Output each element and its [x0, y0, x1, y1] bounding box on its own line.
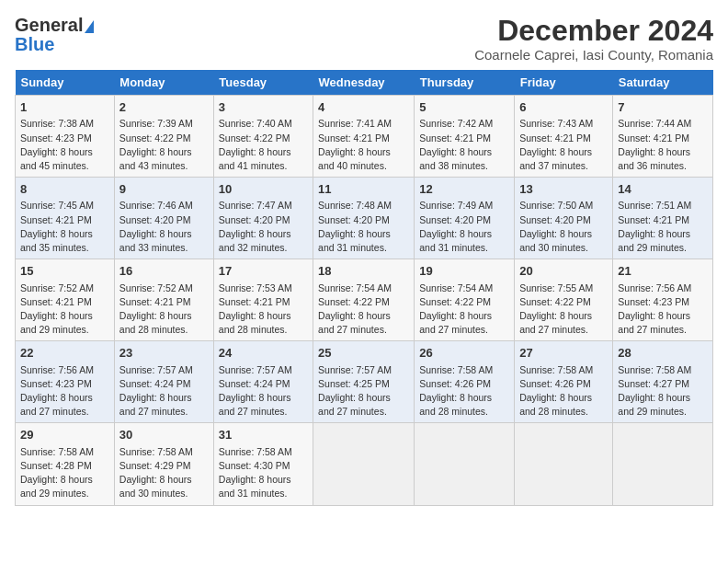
table-row: 29Sunrise: 7:58 AMSunset: 4:28 PMDayligh… — [16, 423, 115, 505]
day-number: 3 — [219, 99, 308, 116]
calendar-title: December 2024 — [474, 15, 713, 47]
day-cell-content: Sunrise: 7:43 AMSunset: 4:21 PMDaylight:… — [519, 117, 608, 173]
calendar-row: 15Sunrise: 7:52 AMSunset: 4:21 PMDayligh… — [16, 259, 713, 341]
day-number: 18 — [318, 263, 409, 280]
day-number: 19 — [419, 263, 509, 280]
day-number: 9 — [119, 181, 209, 198]
day-number: 8 — [20, 181, 109, 198]
day-cell-content: Sunrise: 7:56 AMSunset: 4:23 PMDaylight:… — [20, 363, 109, 419]
day-cell-content: Sunrise: 7:48 AMSunset: 4:20 PMDaylight:… — [318, 199, 409, 255]
day-number: 27 — [519, 345, 608, 362]
table-row: 14Sunrise: 7:51 AMSunset: 4:21 PMDayligh… — [613, 178, 713, 259]
logo-icon — [85, 20, 94, 33]
day-cell-content: Sunrise: 7:58 AMSunset: 4:30 PMDaylight:… — [219, 445, 308, 501]
col-tuesday: Tuesday — [213, 70, 313, 96]
day-cell-content: Sunrise: 7:58 AMSunset: 4:28 PMDaylight:… — [20, 445, 109, 501]
table-row — [515, 423, 613, 505]
day-number: 20 — [519, 263, 608, 280]
day-number: 25 — [318, 345, 409, 362]
table-row: 30Sunrise: 7:58 AMSunset: 4:29 PMDayligh… — [114, 423, 213, 505]
calendar-row: 29Sunrise: 7:58 AMSunset: 4:28 PMDayligh… — [16, 423, 713, 505]
day-cell-content: Sunrise: 7:54 AMSunset: 4:22 PMDaylight:… — [419, 282, 509, 338]
table-row: 3Sunrise: 7:40 AMSunset: 4:22 PMDaylight… — [213, 96, 313, 178]
day-cell-content: Sunrise: 7:53 AMSunset: 4:21 PMDaylight:… — [219, 282, 308, 338]
day-cell-content: Sunrise: 7:51 AMSunset: 4:21 PMDaylight:… — [618, 199, 708, 255]
calendar-subtitle: Coarnele Caprei, Iasi County, Romania — [474, 47, 713, 63]
col-wednesday: Wednesday — [313, 70, 415, 96]
day-cell-content: Sunrise: 7:58 AMSunset: 4:29 PMDaylight:… — [119, 445, 209, 501]
day-cell-content: Sunrise: 7:42 AMSunset: 4:21 PMDaylight:… — [419, 117, 509, 173]
day-number: 15 — [20, 263, 109, 280]
day-cell-content: Sunrise: 7:54 AMSunset: 4:22 PMDaylight:… — [318, 282, 409, 338]
table-row — [415, 423, 515, 505]
day-cell-content: Sunrise: 7:44 AMSunset: 4:21 PMDaylight:… — [618, 117, 708, 173]
day-number: 28 — [618, 345, 708, 362]
day-number: 12 — [419, 181, 509, 198]
table-row: 4Sunrise: 7:41 AMSunset: 4:21 PMDaylight… — [313, 96, 415, 178]
day-cell-content: Sunrise: 7:47 AMSunset: 4:20 PMDaylight:… — [219, 199, 308, 255]
table-row — [313, 423, 415, 505]
calendar-row: 8Sunrise: 7:45 AMSunset: 4:21 PMDaylight… — [16, 178, 713, 259]
day-number: 4 — [318, 99, 409, 116]
day-number: 16 — [119, 263, 209, 280]
table-row: 13Sunrise: 7:50 AMSunset: 4:20 PMDayligh… — [515, 178, 613, 259]
day-cell-content: Sunrise: 7:50 AMSunset: 4:20 PMDaylight:… — [519, 199, 608, 255]
table-row: 9Sunrise: 7:46 AMSunset: 4:20 PMDaylight… — [114, 178, 213, 259]
table-row: 31Sunrise: 7:58 AMSunset: 4:30 PMDayligh… — [213, 423, 313, 505]
day-number: 10 — [219, 181, 308, 198]
day-cell-content: Sunrise: 7:57 AMSunset: 4:24 PMDaylight:… — [119, 363, 209, 419]
day-number: 31 — [219, 427, 308, 443]
logo-general: General — [15, 15, 83, 36]
day-cell-content: Sunrise: 7:58 AMSunset: 4:26 PMDaylight:… — [419, 363, 509, 419]
table-row: 20Sunrise: 7:55 AMSunset: 4:22 PMDayligh… — [515, 259, 613, 341]
table-row: 7Sunrise: 7:44 AMSunset: 4:21 PMDaylight… — [613, 96, 713, 178]
col-thursday: Thursday — [415, 70, 515, 96]
table-row: 15Sunrise: 7:52 AMSunset: 4:21 PMDayligh… — [16, 259, 115, 341]
day-number: 24 — [219, 345, 308, 362]
day-cell-content: Sunrise: 7:57 AMSunset: 4:24 PMDaylight:… — [219, 363, 308, 419]
day-cell-content: Sunrise: 7:38 AMSunset: 4:23 PMDaylight:… — [20, 117, 109, 173]
day-number: 22 — [20, 345, 109, 362]
table-row: 24Sunrise: 7:57 AMSunset: 4:24 PMDayligh… — [213, 341, 313, 423]
table-row: 27Sunrise: 7:58 AMSunset: 4:26 PMDayligh… — [515, 341, 613, 423]
table-row: 21Sunrise: 7:56 AMSunset: 4:23 PMDayligh… — [613, 259, 713, 341]
day-cell-content: Sunrise: 7:39 AMSunset: 4:22 PMDaylight:… — [119, 117, 209, 173]
col-sunday: Sunday — [16, 70, 115, 96]
day-number: 26 — [419, 345, 509, 362]
day-number: 11 — [318, 181, 409, 198]
table-row: 25Sunrise: 7:57 AMSunset: 4:25 PMDayligh… — [313, 341, 415, 423]
day-number: 7 — [618, 99, 708, 116]
table-row: 11Sunrise: 7:48 AMSunset: 4:20 PMDayligh… — [313, 178, 415, 259]
table-row: 19Sunrise: 7:54 AMSunset: 4:22 PMDayligh… — [415, 259, 515, 341]
table-row: 16Sunrise: 7:52 AMSunset: 4:21 PMDayligh… — [114, 259, 213, 341]
table-row: 26Sunrise: 7:58 AMSunset: 4:26 PMDayligh… — [415, 341, 515, 423]
calendar-row: 1Sunrise: 7:38 AMSunset: 4:23 PMDaylight… — [16, 96, 713, 178]
table-row: 1Sunrise: 7:38 AMSunset: 4:23 PMDaylight… — [16, 96, 115, 178]
day-cell-content: Sunrise: 7:56 AMSunset: 4:23 PMDaylight:… — [618, 282, 708, 338]
header-row: Sunday Monday Tuesday Wednesday Thursday… — [16, 70, 713, 96]
day-cell-content: Sunrise: 7:41 AMSunset: 4:21 PMDaylight:… — [318, 117, 409, 173]
logo: General Blue — [15, 15, 94, 55]
day-cell-content: Sunrise: 7:52 AMSunset: 4:21 PMDaylight:… — [119, 282, 209, 338]
calendar-row: 22Sunrise: 7:56 AMSunset: 4:23 PMDayligh… — [16, 341, 713, 423]
table-row: 28Sunrise: 7:58 AMSunset: 4:27 PMDayligh… — [613, 341, 713, 423]
day-cell-content: Sunrise: 7:40 AMSunset: 4:22 PMDaylight:… — [219, 117, 308, 173]
table-row: 5Sunrise: 7:42 AMSunset: 4:21 PMDaylight… — [415, 96, 515, 178]
day-cell-content: Sunrise: 7:57 AMSunset: 4:25 PMDaylight:… — [318, 363, 409, 419]
col-saturday: Saturday — [613, 70, 713, 96]
day-number: 17 — [219, 263, 308, 280]
title-area: December 2024 Coarnele Caprei, Iasi Coun… — [474, 15, 713, 63]
table-row: 18Sunrise: 7:54 AMSunset: 4:22 PMDayligh… — [313, 259, 415, 341]
day-cell-content: Sunrise: 7:55 AMSunset: 4:22 PMDaylight:… — [519, 282, 608, 338]
table-row: 6Sunrise: 7:43 AMSunset: 4:21 PMDaylight… — [515, 96, 613, 178]
col-monday: Monday — [114, 70, 213, 96]
day-number: 6 — [519, 99, 608, 116]
table-row: 8Sunrise: 7:45 AMSunset: 4:21 PMDaylight… — [16, 178, 115, 259]
table-row: 12Sunrise: 7:49 AMSunset: 4:20 PMDayligh… — [415, 178, 515, 259]
table-row: 2Sunrise: 7:39 AMSunset: 4:22 PMDaylight… — [114, 96, 213, 178]
day-cell-content: Sunrise: 7:58 AMSunset: 4:27 PMDaylight:… — [618, 363, 708, 419]
day-cell-content: Sunrise: 7:46 AMSunset: 4:20 PMDaylight:… — [119, 199, 209, 255]
day-number: 1 — [20, 99, 109, 116]
day-cell-content: Sunrise: 7:49 AMSunset: 4:20 PMDaylight:… — [419, 199, 509, 255]
table-row — [613, 423, 713, 505]
